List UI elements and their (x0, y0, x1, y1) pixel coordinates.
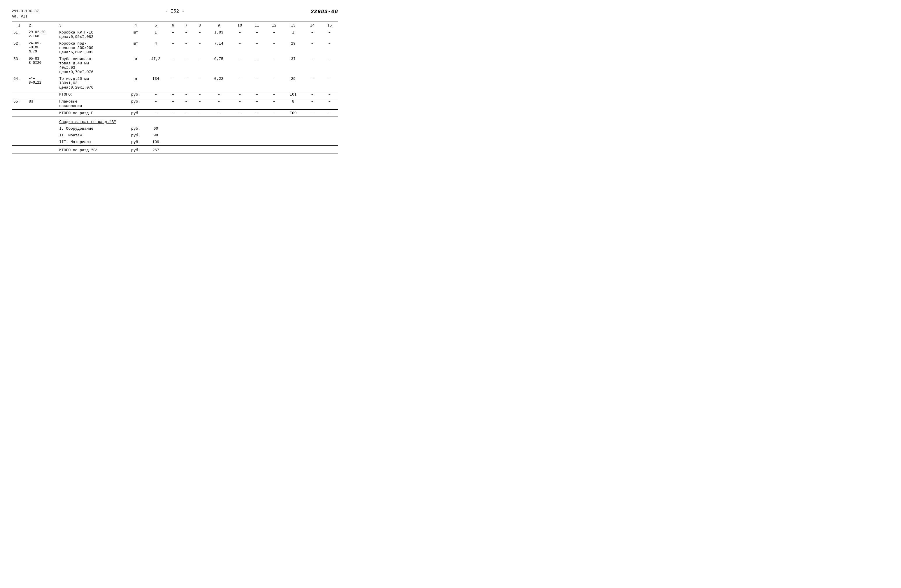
page-header: 291-3-19С.87 Ал. VII - I52 - 22983-08 (12, 9, 338, 19)
table-row: 5I. 29-02-20 2-I68 Коробка КРТП-IO цена:… (12, 29, 338, 40)
row-col10: – (231, 29, 248, 40)
itogo-col14: – (304, 91, 321, 98)
row-num: 53. (12, 56, 27, 75)
svodka-item3-unit: руб. (126, 139, 145, 146)
itogo-p-col7: – (179, 110, 193, 117)
row-col9: 7,I4 (206, 40, 231, 56)
main-table: I 2 3 4 5 6 7 8 9 IO II I2 I3 I4 I5 5I. … (12, 22, 338, 154)
svodka-item3-label: III. Материалы (58, 139, 126, 146)
row-code: –"– 8–OI22 (27, 75, 58, 91)
itogo-p-col10: – (231, 110, 248, 117)
itogo-code (27, 91, 58, 98)
itogo-col10: – (231, 91, 248, 98)
row-col7: – (179, 75, 193, 91)
row-col8: – (193, 40, 206, 56)
planovye-col9: – (206, 98, 231, 110)
itogo-p-num (12, 110, 27, 117)
column-headers: I 2 3 4 5 6 7 8 9 IO II I2 I3 I4 I5 (12, 22, 338, 29)
planovye-col12: – (265, 98, 283, 110)
itogo-unit: руб. (126, 91, 145, 98)
row-col14: – (304, 75, 321, 91)
row-desc: Коробка под- польная 200х200 цена:6,60хI… (58, 40, 126, 56)
row-col14: – (304, 40, 321, 56)
row-code: 24-05- –ОIMГ п.79 (27, 40, 58, 56)
row-col11: – (248, 75, 265, 91)
col-header-1: I (12, 22, 27, 29)
col-header-13: I3 (283, 22, 304, 29)
row-num: 5I. (12, 29, 27, 40)
svodka-item1-value: 60 (145, 125, 166, 132)
row-unit: м (126, 75, 145, 91)
row-col11: – (248, 56, 265, 75)
row-col8: – (193, 29, 206, 40)
col-header-11: II (248, 22, 265, 29)
planovye-code: 8% (27, 98, 58, 110)
row-col13: 3I (283, 56, 304, 75)
itogo-p-unit: руб. (126, 110, 145, 117)
planovye-unit: руб. (126, 98, 145, 110)
row-col12: – (265, 75, 283, 91)
svodka-item2-value: 98 (145, 132, 166, 139)
planovye-col10: – (231, 98, 248, 110)
row-unit: шт (126, 40, 145, 56)
row-col12: – (265, 29, 283, 40)
row-col9: I,03 (206, 29, 231, 40)
planovye-desc: Плановые накопления (58, 98, 126, 110)
row-col10: – (231, 75, 248, 91)
row-col15: – (321, 56, 338, 75)
row-col6: – (166, 40, 179, 56)
svodka-item1-unit: руб. (126, 125, 145, 132)
itogo-col12: – (265, 91, 283, 98)
row-desc: Труба виниплас- товая д.40 мм 40хI,03 це… (58, 56, 126, 75)
row-col11: – (248, 40, 265, 56)
col-header-2: 2 (27, 22, 58, 29)
itogo-p-col14: – (304, 110, 321, 117)
row-desc: Коробка КРТП-IO цена:0,95хI,082 (58, 29, 126, 40)
row-col10: – (231, 56, 248, 75)
row-col7: – (179, 56, 193, 75)
itogo-col7: – (179, 91, 193, 98)
table-row: 53. 05-03 8-OI26 Труба виниплас- товая д… (12, 56, 338, 75)
planovye-col8: – (193, 98, 206, 110)
col-header-7: 7 (179, 22, 193, 29)
col-header-5: 5 (145, 22, 166, 29)
planovye-row: 55. 8% Плановые накопления руб. – – – – … (12, 98, 338, 110)
row-col10: – (231, 40, 248, 56)
svodka-header-text: Сводка затрат по разд."В" (58, 117, 338, 126)
planovye-col5: – (145, 98, 166, 110)
page-number: - I52 - (165, 9, 184, 14)
row-code: 05-03 8-OI26 (27, 56, 58, 75)
row-col7: – (179, 40, 193, 56)
svodka-item-row: II. Монтаж руб. 98 (12, 132, 338, 139)
row-code: 29-02-20 2-I68 (27, 29, 58, 40)
row-col9: 0,22 (206, 75, 231, 91)
col-header-6: 6 (166, 22, 179, 29)
itogo-col11: – (248, 91, 265, 98)
col-header-14: I4 (304, 22, 321, 29)
doc-ref-line1: 291-3-19С.87 (12, 9, 39, 14)
col-header-12: I2 (265, 22, 283, 29)
row-col5: 4 (145, 40, 166, 56)
svodka-itogo-row: ИТОГО по разд."В" руб. 267 (12, 146, 338, 154)
row-col6: – (166, 75, 179, 91)
itogo-p-code (27, 110, 58, 117)
planovye-col11: – (248, 98, 265, 110)
col-header-3: 3 (58, 22, 126, 29)
planovye-num: 55. (12, 98, 27, 110)
row-col7: – (179, 29, 193, 40)
itogo-p-col15: – (321, 110, 338, 117)
itogo-row: ИТОГО: руб. – – – – – – – – IOI – – (12, 91, 338, 98)
doc-ref-line2: Ал. VII (12, 14, 39, 19)
row-col13: 29 (283, 40, 304, 56)
row-col11: – (248, 29, 265, 40)
svodka-itogo-unit: руб. (126, 146, 145, 154)
row-num: 52. (12, 40, 27, 56)
col-header-10: IO (231, 22, 248, 29)
row-unit: шт (126, 29, 145, 40)
row-unit: м (126, 56, 145, 75)
svodka-item2-label: II. Монтаж (58, 132, 126, 139)
svodka-item3-value: IO9 (145, 139, 166, 146)
col-header-15: I5 (321, 22, 338, 29)
row-col9: 0,75 (206, 56, 231, 75)
row-col6: – (166, 29, 179, 40)
